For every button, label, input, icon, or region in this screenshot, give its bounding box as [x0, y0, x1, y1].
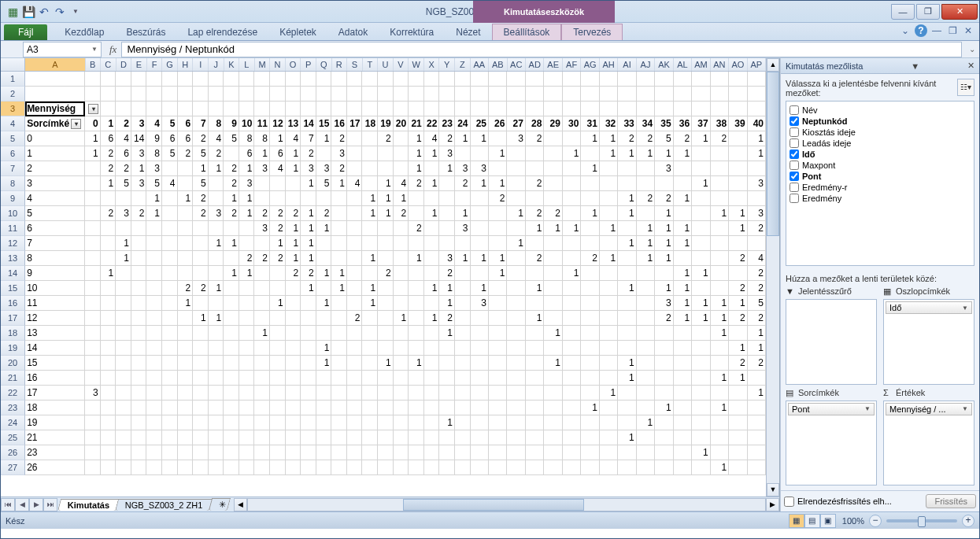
cell[interactable]: 2	[526, 206, 544, 221]
cell[interactable]	[544, 311, 562, 326]
cell[interactable]	[331, 401, 347, 415]
cell[interactable]: 24	[455, 116, 471, 131]
cell[interactable]	[209, 102, 224, 116]
cell[interactable]	[146, 87, 162, 102]
cell[interactable]	[600, 445, 618, 460]
cell[interactable]	[455, 445, 471, 460]
cell[interactable]: 28	[526, 116, 544, 131]
tab-formulas[interactable]: Képletek	[268, 24, 327, 40]
cell[interactable]	[162, 206, 178, 221]
cell[interactable]	[347, 386, 363, 401]
cell[interactable]: 1	[674, 191, 692, 206]
cell[interactable]	[224, 146, 239, 161]
cell[interactable]	[729, 266, 747, 281]
cell[interactable]	[489, 281, 507, 296]
cell[interactable]	[85, 266, 101, 281]
cell[interactable]	[116, 341, 131, 356]
cell[interactable]: 2	[378, 266, 394, 281]
cell[interactable]	[729, 146, 747, 161]
cell[interactable]	[748, 72, 766, 87]
cell[interactable]: 12	[25, 311, 85, 326]
cell[interactable]	[729, 87, 747, 102]
cell[interactable]	[439, 221, 455, 236]
cell[interactable]	[439, 386, 455, 401]
cell[interactable]	[618, 296, 636, 311]
cell[interactable]: 1	[618, 356, 636, 371]
cell[interactable]	[146, 430, 162, 445]
cell[interactable]	[424, 251, 440, 266]
cell[interactable]: 1	[224, 191, 239, 206]
cell[interactable]: 1	[544, 221, 562, 236]
cell[interactable]	[655, 326, 673, 341]
cell[interactable]	[116, 87, 131, 102]
cell[interactable]	[146, 266, 162, 281]
cell[interactable]	[507, 251, 525, 266]
cell[interactable]	[316, 460, 332, 475]
cell[interactable]: 1	[331, 266, 347, 281]
field-checkbox[interactable]	[790, 172, 799, 181]
column-header[interactable]: AF	[563, 58, 581, 71]
cell[interactable]	[581, 102, 599, 116]
cell[interactable]	[424, 87, 440, 102]
cell[interactable]	[471, 401, 489, 415]
cell[interactable]: 1	[692, 266, 710, 281]
cell[interactable]	[116, 460, 131, 475]
cell[interactable]	[563, 401, 581, 415]
cell[interactable]	[301, 326, 316, 341]
column-header[interactable]: V	[394, 58, 409, 71]
cell[interactable]	[692, 415, 710, 430]
row-header[interactable]: 26	[1, 445, 25, 460]
cell[interactable]: 3	[471, 161, 489, 176]
cell[interactable]	[618, 161, 636, 176]
cell[interactable]	[394, 236, 409, 251]
cell[interactable]	[286, 102, 301, 116]
cell[interactable]	[563, 176, 581, 191]
cell[interactable]: 1	[270, 296, 286, 311]
zoom-in-icon[interactable]: +	[962, 515, 974, 527]
cell[interactable]	[563, 131, 581, 146]
cell[interactable]	[146, 401, 162, 415]
cell[interactable]	[331, 371, 347, 386]
cell[interactable]	[209, 221, 224, 236]
cell[interactable]	[711, 281, 729, 296]
cell[interactable]	[162, 326, 178, 341]
cell[interactable]	[692, 72, 710, 87]
row-header[interactable]: 2	[1, 87, 25, 102]
cell[interactable]	[270, 386, 286, 401]
row-header[interactable]: 4	[1, 116, 25, 131]
cell[interactable]	[270, 176, 286, 191]
cell[interactable]	[711, 161, 729, 176]
cell[interactable]: 1	[178, 296, 194, 311]
cell[interactable]: 35	[655, 116, 673, 131]
cell[interactable]	[618, 251, 636, 266]
cell[interactable]: 1	[711, 296, 729, 311]
cell[interactable]: 2	[193, 191, 209, 206]
cell[interactable]	[455, 460, 471, 475]
cell[interactable]: 1	[424, 281, 440, 296]
cell[interactable]	[331, 191, 347, 206]
cell[interactable]	[286, 341, 301, 356]
column-header[interactable]: U	[378, 58, 394, 71]
sheet-last-icon[interactable]: ⏭	[43, 498, 57, 511]
cell[interactable]: 1	[424, 146, 440, 161]
cell[interactable]: 1	[618, 371, 636, 386]
cell[interactable]: 1	[455, 251, 471, 266]
cell[interactable]	[455, 401, 471, 415]
cell[interactable]: 2	[331, 131, 347, 146]
tab-design[interactable]: Tervezés	[561, 24, 623, 40]
cell[interactable]	[378, 460, 394, 475]
tab-data[interactable]: Adatok	[327, 24, 379, 40]
cell[interactable]: 1	[301, 236, 316, 251]
cell[interactable]: 2	[729, 356, 747, 371]
cell[interactable]	[101, 445, 116, 460]
cell[interactable]: 1	[409, 146, 424, 161]
cell[interactable]	[424, 371, 440, 386]
cell[interactable]	[471, 266, 489, 281]
cell[interactable]: 6	[116, 146, 131, 161]
cell[interactable]: 1	[674, 266, 692, 281]
cell[interactable]	[178, 176, 194, 191]
cell[interactable]	[563, 251, 581, 266]
cell[interactable]: 4	[748, 251, 766, 266]
cell[interactable]	[600, 311, 618, 326]
cell[interactable]	[637, 102, 655, 116]
